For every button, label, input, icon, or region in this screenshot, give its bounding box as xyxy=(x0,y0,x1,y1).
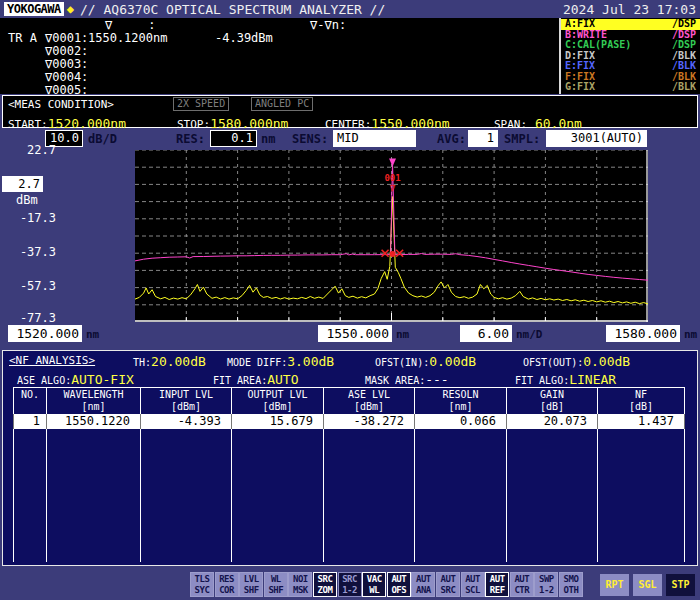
meas-field-value[interactable]: 1580.000nm xyxy=(210,116,288,131)
table-empty-column xyxy=(598,429,685,562)
column-header-line1: NO. xyxy=(14,389,46,401)
nf-param-value[interactable]: AUTO-FIX xyxy=(71,372,134,387)
softkey-label-line1: SMO xyxy=(560,574,582,585)
nf-param-ofst-in: OFST(IN):0.00dB xyxy=(375,351,476,370)
sensitivity-value[interactable]: MID xyxy=(333,130,416,147)
y-axis-label: -17.3 xyxy=(4,211,56,225)
softkey-label-line1: SRC xyxy=(314,574,336,585)
softkey-label-line2: SYC xyxy=(191,585,213,596)
marker-readout-panel: ∇ : ∇-∇n: TR A∇0001:1550.1200nm-4.39dBm∇… xyxy=(0,18,559,94)
title-bar: YOKOGAWA ◆ // AQ6370C OPTICAL SPECTRUM A… xyxy=(0,0,700,18)
softkey-swp-1-2[interactable]: SWP1-2 xyxy=(534,572,558,597)
marker-label: ∇0004: xyxy=(45,70,88,84)
softkey-label-line2: SCL xyxy=(462,585,484,596)
trace-status-row-c[interactable]: C:CAL(PASE)/DSP xyxy=(561,40,700,51)
nf-param-label: MASK AREA: xyxy=(365,375,425,386)
sweep-key-rpt[interactable]: RPT xyxy=(600,574,629,596)
marker-header: ∇ : xyxy=(105,18,156,32)
nf-param-value[interactable]: LINEAR xyxy=(569,372,616,387)
trace-status-row-g[interactable]: G:FIX/BLK xyxy=(561,82,700,93)
softkey-res-cor[interactable]: RESCOR xyxy=(215,572,239,597)
x-start-value[interactable]: 1520.000 xyxy=(8,325,82,342)
softkey-label-line1: AUT xyxy=(437,574,459,585)
table-empty-column xyxy=(13,429,47,562)
softkey-label-line2: SHF xyxy=(240,585,262,596)
softkey-lvl-shf[interactable]: LVLSHF xyxy=(239,572,263,597)
trace-b-peak-arrow xyxy=(389,158,396,166)
softkey-tls-syc[interactable]: TLSSYC xyxy=(190,572,214,597)
nf-param-value[interactable]: --- xyxy=(425,372,448,387)
osa-screen: YOKOGAWA ◆ // AQ6370C OPTICAL SPECTRUM A… xyxy=(0,0,700,600)
softkey-wl-shf[interactable]: WLSHF xyxy=(264,572,288,597)
column-header-line1: NF xyxy=(598,389,684,401)
meas-field-value[interactable]: 60.0nm xyxy=(527,116,582,131)
column-header-line1: INPUT LVL xyxy=(141,389,231,401)
nf-param-mode-diff: MODE DIFF:3.00dB xyxy=(227,351,334,370)
y-axis-label: -77.3 xyxy=(4,311,56,325)
nf-param-value[interactable]: AUTO xyxy=(267,372,298,387)
trace-name: A:FIX xyxy=(565,19,595,30)
softkey-aut-src[interactable]: AUTSRC xyxy=(436,572,460,597)
x-center-value[interactable]: 1550.000 xyxy=(318,325,392,342)
table-cell: 20.073 xyxy=(507,414,598,429)
softkey-smo-oth[interactable]: SMOOTH xyxy=(559,572,583,597)
softkey-label-line1: NOI xyxy=(289,574,311,585)
nf-results-table: NO.WAVELENGTH[nm]INPUT LVL[dBm]OUTPUT LV… xyxy=(13,387,685,562)
trace-status-row-e[interactable]: E:FIX/BLK xyxy=(561,61,700,72)
x-stop-value[interactable]: 1580.000 xyxy=(606,325,680,342)
sweep-key-stp[interactable]: STP xyxy=(666,574,695,596)
softkey-aut-scl[interactable]: AUTSCL xyxy=(461,572,485,597)
resolution-value[interactable]: 0.1 xyxy=(210,130,257,147)
page-title: // AQ6370C OPTICAL SPECTRUM ANALYZER // xyxy=(80,2,385,17)
marker-header-row: ∇ : ∇-∇n: xyxy=(0,18,559,31)
nf-param-label: ASE ALGO: xyxy=(17,375,71,386)
nf-param-fit-algo: FIT ALGO:LINEAR xyxy=(515,369,616,388)
y-axis-unit: dBm xyxy=(16,193,38,207)
softkey-aut-ofs[interactable]: AUTOFS xyxy=(387,572,411,597)
softkey-noi-msk[interactable]: NOIMSK xyxy=(288,572,312,597)
nf-param-fit-area: FIT AREA:AUTO xyxy=(213,369,299,388)
table-empty-column xyxy=(324,429,415,562)
y-axis-label: -37.3 xyxy=(4,245,56,259)
softkey-aut-ctr[interactable]: AUTCTR xyxy=(510,572,534,597)
diamond-icon: ◆ xyxy=(67,2,74,16)
softkey-bar: TLSSYCRESCORLVLSHFWLSHFNOIMSKSRCZOMSRC1-… xyxy=(0,572,700,599)
spectrum-display: 001∇ xyxy=(135,150,648,322)
sampling-label: SMPL: xyxy=(504,132,540,146)
meas-field-value[interactable]: 1520.000nm xyxy=(48,116,126,131)
softkey-vac-wl[interactable]: VACWL xyxy=(362,572,386,597)
softkey-aut-ref[interactable]: AUTREF xyxy=(485,572,509,597)
x-scale-value[interactable]: 6.00 xyxy=(460,325,512,342)
sampling-value[interactable]: 3001(AUTO) xyxy=(546,130,647,147)
table-empty-column xyxy=(232,429,324,562)
meas-field-value[interactable]: 1550.000nm xyxy=(371,116,449,131)
column-header-line2: [dBm] xyxy=(141,401,231,413)
trace-status-row-a[interactable]: A:FIX/DSP xyxy=(561,19,700,30)
averaging-value[interactable]: 1 xyxy=(468,130,498,147)
nf-param-value[interactable]: 3.00dB xyxy=(287,354,334,369)
softkey-src-1-2[interactable]: SRC1-2 xyxy=(338,572,362,597)
sweep-key-sgl[interactable]: SGL xyxy=(633,574,662,596)
column-header-wavelength: WAVELENGTH[nm] xyxy=(47,388,141,414)
nf-param-label: FIT ALGO: xyxy=(515,375,569,386)
nf-param-ofst-out: OFST(OUT):0.00dB xyxy=(523,351,630,370)
nf-analysis-title: <NF ANALYSIS> xyxy=(9,354,95,367)
nf-param-value[interactable]: 0.00dB xyxy=(429,354,476,369)
column-header-no-: NO. xyxy=(13,388,47,414)
x-start-unit: nm xyxy=(86,328,99,341)
nf-param-value[interactable]: 20.00dB xyxy=(151,354,206,369)
softkey-label-line1: AUT xyxy=(412,574,434,585)
nf-param-label: OFST(OUT): xyxy=(523,357,583,368)
ref-level-box[interactable]: 2.7 xyxy=(2,176,43,192)
y-axis-top-label: 22.7 xyxy=(4,143,56,157)
softkey-aut-ana[interactable]: AUTANA xyxy=(411,572,435,597)
yokogawa-logo: YOKOGAWA xyxy=(4,2,64,16)
softkey-src-zom[interactable]: SRCZOM xyxy=(313,572,337,597)
trace-name: C:CAL(PASE) xyxy=(565,40,631,51)
datetime: 2024 Jul 23 17:03 xyxy=(563,2,696,17)
softkey-label-line2: 1-2 xyxy=(339,585,361,596)
table-cell: 1 xyxy=(13,414,47,429)
nf-param-value[interactable]: 0.00dB xyxy=(583,354,630,369)
softkey-label-line1: AUT xyxy=(486,574,508,585)
peak-dot-marker xyxy=(390,251,396,257)
